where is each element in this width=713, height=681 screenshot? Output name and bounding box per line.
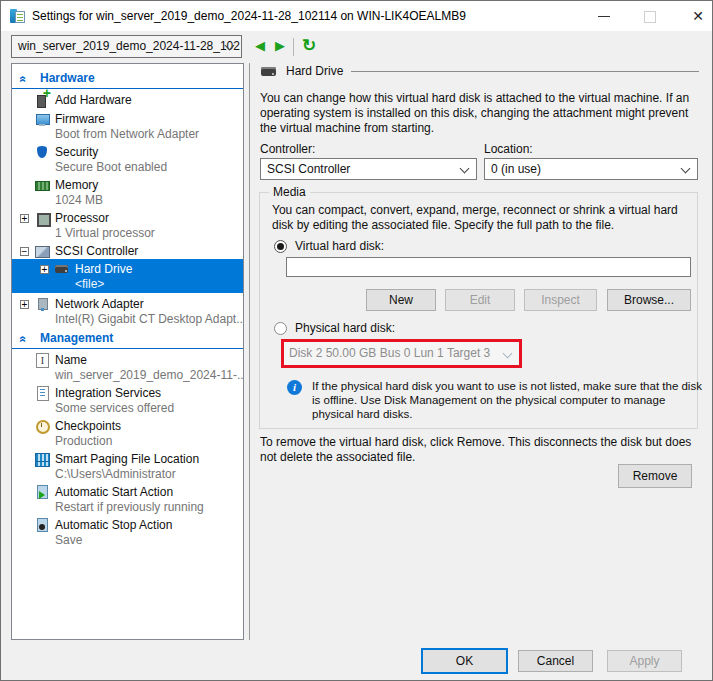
edit-button: Edit	[445, 289, 515, 311]
expand-icon[interactable]: +	[20, 214, 29, 223]
media-description: You can compact, convert, expand, merge,…	[272, 203, 686, 233]
remove-description: To remove the virtual hard disk, click R…	[260, 435, 700, 465]
sidebar-item-smart-paging[interactable]: Smart Paging File Location	[12, 450, 243, 467]
remove-button[interactable]: Remove	[618, 464, 692, 488]
collapse-chevron-icon: «	[16, 336, 30, 343]
sidebar-item-auto-stop[interactable]: Automatic Stop Action	[12, 516, 243, 533]
sidebar-item-checkpoints[interactable]: Checkpoints	[12, 417, 243, 434]
sidebar-item-add-hardware[interactable]: Add Hardware	[12, 91, 243, 108]
minimize-button[interactable]	[589, 1, 619, 31]
header-rule	[351, 71, 699, 72]
sidebar-subtext-name: win_server_2019_demo_2024-11-...	[12, 368, 243, 382]
firmware-icon	[34, 111, 50, 127]
browse-button[interactable]: Browse...	[607, 289, 691, 311]
expand-icon[interactable]: +	[20, 300, 29, 309]
toolbar-divider	[293, 38, 294, 56]
chevron-down-icon	[460, 164, 470, 174]
sidebar-subtext-network-adapter: Intel(R) Gigabit CT Desktop Adapt...	[12, 312, 243, 326]
sidebar-item-name[interactable]: Name	[12, 351, 243, 368]
physical-hard-disk-radio[interactable]: Physical hard disk:	[274, 321, 395, 335]
refresh-button[interactable]: ↻	[298, 36, 320, 56]
maximize-button	[634, 1, 664, 31]
new-button[interactable]: New	[366, 289, 436, 311]
automatic-stop-icon	[34, 517, 50, 533]
sidebar-item-auto-start[interactable]: Automatic Start Action	[12, 483, 243, 500]
name-icon	[34, 352, 50, 368]
cancel-button[interactable]: Cancel	[518, 650, 593, 672]
chevron-down-icon	[681, 164, 691, 174]
controller-label: Controller:	[260, 142, 315, 156]
chevron-down-icon	[503, 349, 513, 359]
sidebar-subtext-integration-services: Some services offered	[12, 401, 243, 415]
sidebar-subtext-security: Secure Boot enabled	[12, 160, 243, 174]
network-adapter-icon	[34, 296, 50, 312]
virtual-hard-disk-radio[interactable]: Virtual hard disk:	[274, 239, 384, 253]
sidebar-item-firmware[interactable]: Firmware	[12, 110, 243, 127]
shield-icon	[34, 144, 50, 160]
navigate-back-button[interactable]: ◀	[251, 36, 269, 56]
sidebar-subtext-firmware: Boot from Network Adapter	[12, 127, 243, 141]
sidebar-subtext-processor: 1 Virtual processor	[12, 226, 243, 240]
radio-unselected-icon[interactable]	[274, 322, 287, 335]
location-label: Location:	[484, 142, 533, 156]
ok-button[interactable]: OK	[421, 648, 508, 674]
inspect-button: Inspect	[524, 289, 597, 311]
sidebar-item-processor[interactable]: + Processor	[12, 209, 243, 226]
hyperv-settings-icon	[10, 8, 26, 24]
sidebar-subtext-smart-paging: C:\Users\Administrator	[12, 467, 243, 481]
processor-icon	[34, 210, 50, 226]
sidebar-subtext-auto-start: Restart if previously running	[12, 500, 243, 514]
controller-dropdown[interactable]: SCSI Controller	[260, 158, 477, 180]
info-icon: i	[287, 380, 302, 395]
sidebar-item-security[interactable]: Security	[12, 143, 243, 160]
sidebar-item-network-adapter[interactable]: + Network Adapter	[12, 295, 243, 312]
vm-selector-value: win_server_2019_demo_2024-11-28_102	[18, 39, 240, 53]
close-button[interactable]: ✕	[683, 1, 713, 31]
add-hardware-icon	[34, 92, 50, 108]
radio-selected-icon[interactable]	[274, 240, 287, 253]
title-bar: Settings for win_server_2019_demo_2024-1…	[1, 1, 712, 31]
page-title: Hard Drive	[286, 64, 343, 78]
smart-paging-icon	[34, 451, 50, 467]
virtual-hard-disk-path-input[interactable]	[286, 257, 691, 277]
apply-button: Apply	[607, 650, 682, 672]
vm-selector-dropdown[interactable]: win_server_2019_demo_2024-11-28_102	[11, 35, 242, 58]
hyperv-settings-icon-doc	[15, 11, 25, 23]
intro-text: You can change how this virtual hard dis…	[260, 91, 698, 136]
hard-drive-icon	[260, 64, 280, 78]
media-legend: Media	[269, 185, 310, 199]
location-dropdown[interactable]: 0 (in use)	[484, 158, 698, 180]
sidebar-subtext-memory: 1024 MB	[12, 193, 243, 207]
integration-services-icon	[34, 385, 50, 401]
sidebar-item-scsi-controller[interactable]: − SCSI Controller	[12, 242, 243, 259]
automatic-start-icon	[34, 484, 50, 500]
toolbar: win_server_2019_demo_2024-11-28_102 ◀ ▶ …	[1, 31, 712, 63]
physical-disk-info-text: If the physical hard disk you want to us…	[312, 379, 702, 421]
sidebar-subtext-checkpoints: Production	[12, 434, 243, 448]
sidebar-item-integration-services[interactable]: Integration Services	[12, 384, 243, 401]
collapse-box-icon[interactable]: −	[20, 247, 29, 256]
checkpoints-icon	[34, 418, 50, 434]
section-header-management[interactable]: « Management	[12, 328, 243, 349]
hard-drive-icon	[54, 261, 70, 277]
media-groupbox: Media You can compact, convert, expand, …	[259, 192, 698, 429]
panel-separator	[249, 63, 250, 640]
settings-window: Settings for win_server_2019_demo_2024-1…	[0, 0, 713, 681]
sidebar-subtext-auto-stop: Save	[12, 533, 243, 547]
memory-icon	[34, 177, 50, 193]
expand-icon[interactable]: +	[40, 265, 49, 274]
navigate-forward-button[interactable]: ▶	[271, 36, 289, 56]
sidebar-item-hard-drive-selected[interactable]: + Hard Drive <file>	[12, 259, 243, 293]
window-title: Settings for win_server_2019_demo_2024-1…	[32, 1, 466, 31]
sidebar-subtext-hard-drive: <file>	[12, 277, 243, 291]
scsi-controller-icon	[34, 243, 50, 259]
sidebar-item-memory[interactable]: Memory	[12, 176, 243, 193]
hard-drive-header: Hard Drive	[260, 64, 699, 78]
physical-disk-dropdown-highlighted: Disk 2 50.00 GB Bus 0 Lun 1 Target 3	[281, 339, 522, 368]
collapse-chevron-icon: «	[16, 76, 30, 83]
settings-tree: « Hardware Add Hardware Firmware Boot fr…	[11, 63, 244, 640]
